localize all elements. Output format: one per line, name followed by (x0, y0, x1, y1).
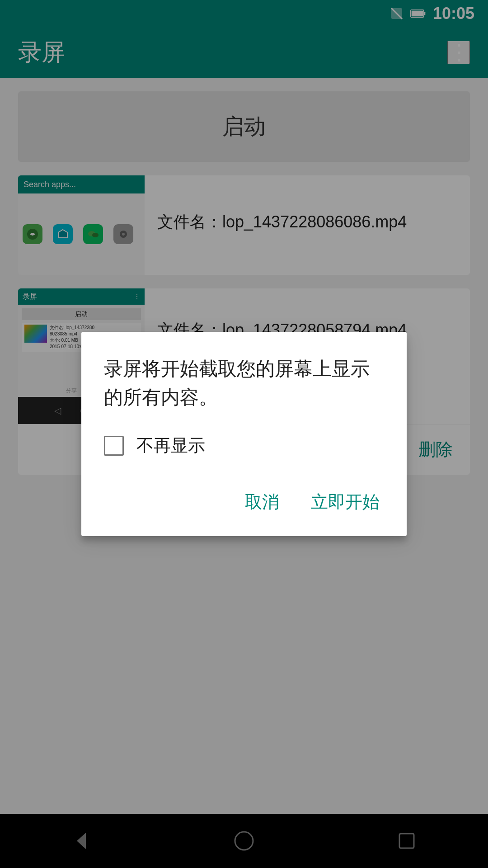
dialog-checkbox-row: 不再显示 (104, 434, 384, 457)
dont-show-label: 不再显示 (136, 434, 205, 457)
cancel-button[interactable]: 取消 (240, 484, 284, 520)
dialog: 录屏将开始截取您的屏幕上显示的所有内容。 不再显示 取消 立即开始 (81, 332, 407, 536)
start-now-button[interactable]: 立即开始 (306, 484, 384, 520)
dialog-message: 录屏将开始截取您的屏幕上显示的所有内容。 (104, 354, 384, 411)
dialog-overlay: 录屏将开始截取您的屏幕上显示的所有内容。 不再显示 取消 立即开始 (0, 0, 488, 868)
dont-show-checkbox[interactable] (104, 436, 124, 456)
dialog-actions: 取消 立即开始 (104, 484, 384, 520)
